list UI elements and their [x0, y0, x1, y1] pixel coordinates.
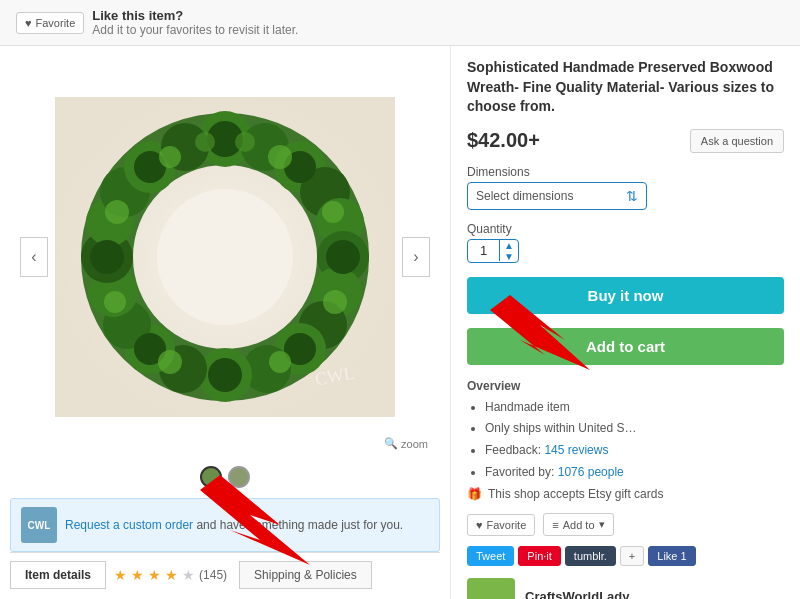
zoom-icon: 🔍	[384, 437, 398, 450]
svg-point-34	[269, 351, 291, 373]
social-row: Tweet Pin·it tumblr. + Like 1	[467, 546, 784, 566]
favorite-bar: ♥ Favorite Like this item? Add it to you…	[0, 0, 800, 46]
qty-down-icon: ▼	[504, 251, 514, 262]
overview-title: Overview	[467, 379, 784, 393]
feedback-link[interactable]: 145 reviews	[544, 443, 608, 457]
quantity-label: Quantity	[467, 222, 784, 236]
overview-list: Handmade item Only ships within United S…	[467, 397, 784, 483]
shop-avatar: CWL	[467, 578, 515, 599]
star-5: ★	[182, 567, 195, 583]
chevron-down-icon: ▾	[599, 518, 605, 531]
zoom-button[interactable]: 🔍 zoom	[384, 437, 428, 450]
custom-order-bar: CWL Request a custom order and have some…	[10, 498, 440, 552]
svg-point-26	[208, 358, 242, 392]
gift-icon: 🎁	[467, 487, 482, 501]
bottom-tabs: Item details ★ ★ ★ ★ ★ (145) Shipping & …	[10, 552, 440, 589]
prev-image-button[interactable]: ‹	[20, 237, 48, 277]
overview-item-3: Feedback: 145 reviews	[485, 440, 784, 462]
custom-order-text: Request a custom order and have somethin…	[65, 518, 403, 532]
svg-point-32	[322, 201, 344, 223]
custom-order-link[interactable]: Request a custom order	[65, 518, 193, 532]
tumblr-button[interactable]: tumblr.	[565, 546, 616, 566]
tab-item-details[interactable]: Item details	[10, 561, 106, 589]
dimensions-select-text: Select dimensions	[476, 189, 573, 203]
favorite-bar-subtitle: Add it to your favorites to revisit it l…	[92, 23, 298, 37]
dimensions-select[interactable]: Select dimensions ⇅	[467, 182, 647, 210]
favorite-label: Favorite	[487, 519, 527, 531]
stars-area: ★ ★ ★ ★ ★ (145)	[106, 567, 235, 583]
svg-point-33	[323, 290, 347, 314]
overview-item-2: Only ships within United S…	[485, 418, 784, 440]
gift-cards-text: This shop accepts Etsy gift cards	[488, 487, 663, 501]
main-content: ‹	[0, 46, 800, 599]
svg-point-37	[105, 200, 129, 224]
star-4: ★	[165, 567, 178, 583]
ask-question-button[interactable]: Ask a question	[690, 129, 784, 153]
add-to-button[interactable]: ≡ Add to ▾	[543, 513, 613, 536]
overview-item-1: Handmade item	[485, 397, 784, 419]
add-to-label: Add to	[563, 519, 595, 531]
favorited-link[interactable]: 1076 people	[558, 465, 624, 479]
shop-section: CWL CraftsWorldLady in United States	[467, 578, 784, 599]
right-panel: Sophisticated Handmade Preserved Boxwood…	[450, 46, 800, 599]
next-image-button[interactable]: ›	[402, 237, 430, 277]
star-3: ★	[148, 567, 161, 583]
price-row: $42.00+ Ask a question	[467, 129, 784, 153]
review-count: (145)	[199, 568, 227, 582]
overview-item-4: Favorited by: 1076 people	[485, 462, 784, 484]
svg-point-30	[157, 189, 293, 325]
svg-point-24	[326, 240, 360, 274]
svg-point-38	[159, 146, 181, 168]
quantity-arrows[interactable]: ▲ ▼	[500, 240, 518, 262]
select-arrows-icon: ⇅	[626, 188, 638, 204]
add-to-cart-button[interactable]: Add to cart	[467, 328, 784, 365]
tab-shipping[interactable]: Shipping & Policies	[239, 561, 372, 589]
zoom-label: zoom	[401, 438, 428, 450]
product-price: $42.00+	[467, 129, 540, 152]
thumbnail-1[interactable]	[200, 466, 222, 488]
like-button[interactable]: Like 1	[648, 546, 695, 566]
svg-point-31	[268, 145, 292, 169]
image-container: ‹	[10, 56, 440, 458]
star-1: ★	[114, 567, 127, 583]
gift-cards-row: 🎁 This shop accepts Etsy gift cards	[467, 487, 784, 501]
thumbnail-list	[10, 466, 440, 488]
tumblr-plus-button[interactable]: +	[620, 546, 644, 566]
product-title: Sophisticated Handmade Preserved Boxwood…	[467, 58, 784, 117]
svg-point-28	[90, 240, 124, 274]
dimensions-label: Dimensions	[467, 165, 784, 179]
thumbnail-2[interactable]	[228, 466, 250, 488]
shop-name[interactable]: CraftsWorldLady	[525, 589, 630, 599]
buy-now-button[interactable]: Buy it now	[467, 277, 784, 314]
action-row: ♥ Favorite ≡ Add to ▾	[467, 513, 784, 536]
shop-info: CraftsWorldLady in United States	[525, 589, 630, 599]
favorite-button[interactable]: ♥ Favorite	[467, 514, 535, 536]
quantity-value: 1	[468, 240, 500, 261]
list-icon: ≡	[552, 519, 558, 531]
favorite-bar-title: Like this item?	[92, 8, 298, 23]
svg-point-39	[235, 132, 255, 152]
star-2: ★	[131, 567, 144, 583]
shop-custom-icon: CWL	[21, 507, 57, 543]
svg-point-36	[104, 291, 126, 313]
favorite-bar-label: Favorite	[36, 17, 76, 29]
svg-point-40	[195, 132, 215, 152]
tweet-button[interactable]: Tweet	[467, 546, 514, 566]
favorite-bar-button[interactable]: ♥ Favorite	[16, 12, 84, 34]
left-panel: ‹	[0, 46, 450, 599]
heart-fav-icon: ♥	[476, 519, 483, 531]
quantity-stepper[interactable]: 1 ▲ ▼	[467, 239, 519, 263]
product-image: CWL	[55, 97, 395, 417]
heart-icon: ♥	[25, 17, 32, 29]
overview-section: Overview Handmade item Only ships within…	[467, 379, 784, 501]
pin-button[interactable]: Pin·it	[518, 546, 560, 566]
svg-point-35	[158, 350, 182, 374]
qty-up-icon: ▲	[504, 240, 514, 251]
